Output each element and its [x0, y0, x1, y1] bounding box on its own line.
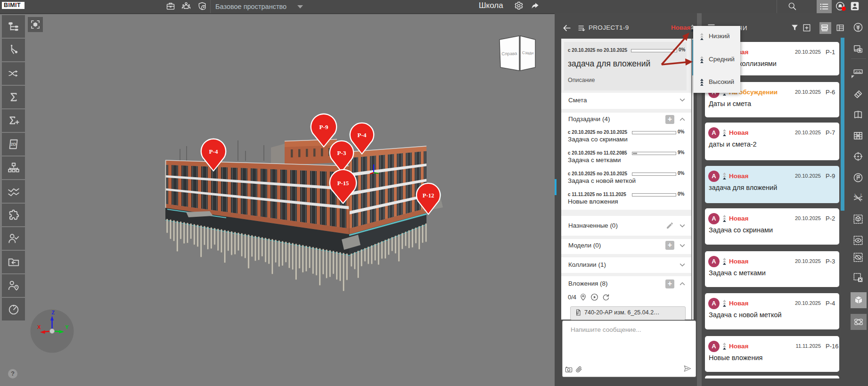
svg-text:1: 1	[854, 193, 856, 196]
svg-text:2D: 2D	[11, 142, 16, 147]
svg-text:P-12: P-12	[423, 192, 434, 199]
svg-text:Сзади: Сзади	[522, 50, 534, 56]
svg-text:Справа: Справа	[501, 50, 517, 56]
svg-text:X: X	[37, 324, 41, 330]
svg-text:2: 2	[860, 193, 862, 196]
svg-text:P-9: P-9	[319, 123, 328, 131]
svg-text:P-4: P-4	[209, 148, 218, 155]
svg-text:Z: Z	[51, 310, 55, 315]
svg-text:P-15: P-15	[337, 180, 349, 187]
svg-text:P-4: P-4	[358, 131, 367, 139]
svg-text:P-3: P-3	[337, 149, 346, 156]
svg-text:Y: Y	[65, 324, 69, 330]
